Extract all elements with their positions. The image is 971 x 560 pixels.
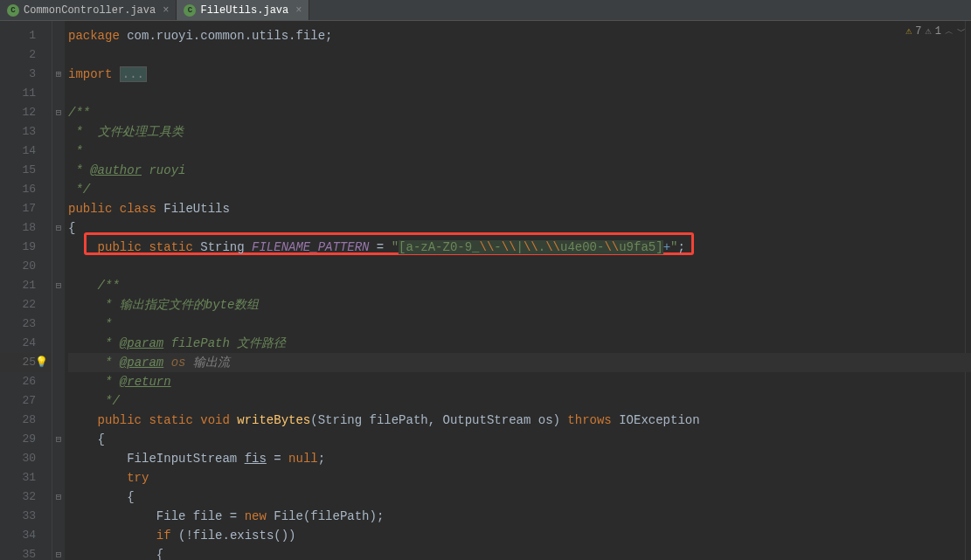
line-number: 21 bbox=[0, 276, 52, 295]
line-number: 35 bbox=[0, 545, 52, 560]
line-number: 14 bbox=[0, 142, 52, 161]
close-icon[interactable]: × bbox=[295, 4, 302, 17]
line-number: 15 bbox=[0, 161, 52, 180]
fold-collapse-icon[interactable]: ⊟ bbox=[52, 430, 65, 449]
class-icon: C bbox=[184, 4, 196, 17]
line-number: 28 bbox=[0, 411, 52, 430]
fold-column[interactable]: ⊞ ⊟ ⊟ ⊟ ⊟ ⊟ ⊟ bbox=[52, 21, 65, 560]
line-number: 2 bbox=[0, 45, 52, 65]
line-gutter[interactable]: 1 2 3 11 12 13 14 15 16 17 18 19 20 21 2… bbox=[0, 21, 52, 560]
intention-bulb-icon[interactable]: 💡 bbox=[35, 353, 48, 372]
line-number: 13 bbox=[0, 122, 52, 142]
line-number: 3 bbox=[0, 65, 52, 84]
line-number: 17 bbox=[0, 199, 52, 218]
tab-label: FileUtils.java bbox=[200, 4, 288, 17]
line-number: 31 bbox=[0, 468, 52, 487]
tab-common-controller[interactable]: C CommonController.java × bbox=[0, 0, 177, 20]
line-number: 24 bbox=[0, 334, 52, 353]
class-icon: C bbox=[7, 4, 19, 17]
close-icon[interactable]: × bbox=[163, 4, 169, 17]
fold-expand-icon[interactable]: ⊞ bbox=[52, 65, 65, 84]
fold-collapse-icon[interactable]: ⊟ bbox=[52, 545, 65, 560]
line-number: 1 bbox=[0, 26, 52, 45]
line-number: 34 bbox=[0, 526, 52, 545]
line-number: 19 bbox=[0, 238, 52, 257]
line-number: 11 bbox=[0, 84, 52, 103]
line-number: 23 bbox=[0, 315, 52, 334]
line-number: 26 bbox=[0, 372, 52, 391]
line-number: 12 bbox=[0, 103, 52, 122]
line-number: 27 bbox=[0, 391, 52, 411]
line-number: 20 bbox=[0, 257, 52, 276]
fold-collapse-icon[interactable]: ⊟ bbox=[52, 487, 65, 507]
line-number: 29 bbox=[0, 430, 52, 449]
fold-collapse-icon[interactable]: ⊟ bbox=[52, 103, 65, 122]
tab-label: CommonController.java bbox=[24, 4, 156, 17]
code-editor[interactable]: package com.ruoyi.common.utils.file; imp… bbox=[65, 21, 971, 560]
line-number: 18 bbox=[0, 218, 52, 238]
line-number: 16 bbox=[0, 180, 52, 199]
editor-container: 1 2 3 11 12 13 14 15 16 17 18 19 20 21 2… bbox=[0, 21, 971, 560]
fold-collapse-icon[interactable]: ⊟ bbox=[52, 218, 65, 238]
fold-collapse-icon[interactable]: ⊟ bbox=[52, 276, 65, 295]
line-number: 33 bbox=[0, 507, 52, 526]
editor-tabs: C CommonController.java × C FileUtils.ja… bbox=[0, 0, 971, 21]
folded-imports[interactable]: ... bbox=[120, 66, 147, 82]
line-number: 30 bbox=[0, 449, 52, 468]
tab-file-utils[interactable]: C FileUtils.java × bbox=[177, 0, 309, 20]
line-number: 32 bbox=[0, 487, 52, 507]
line-number: 22 bbox=[0, 295, 52, 315]
